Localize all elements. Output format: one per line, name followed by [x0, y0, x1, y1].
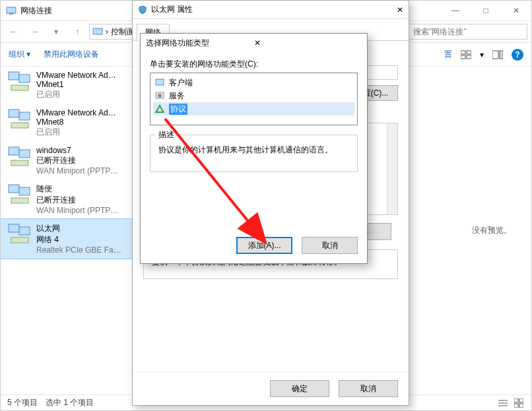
adapter-status: 已断开连接: [36, 155, 118, 166]
svg-rect-0: [7, 7, 16, 13]
preview-pane-icon[interactable]: [492, 49, 504, 61]
adapter-status: 已断开连接: [36, 195, 118, 206]
svg-point-33: [158, 94, 162, 98]
view-icon[interactable]: [460, 49, 472, 61]
svg-rect-27: [514, 398, 518, 402]
svg-rect-18: [9, 185, 19, 193]
up-button[interactable]: ↑: [68, 23, 86, 40]
adapter-item[interactable]: VMware Network Ad…VMnet8已启用: [1, 104, 133, 142]
feature-type-item[interactable]: 客户端: [153, 76, 354, 89]
svg-rect-29: [514, 404, 518, 408]
svg-rect-13: [19, 112, 30, 120]
add-button[interactable]: 添加(A)...: [236, 237, 292, 254]
network-icon: [92, 26, 103, 37]
svg-rect-1: [9, 13, 13, 15]
adapter-item[interactable]: 以太网网络 4Realtek PCIe GBE Fa…: [1, 219, 133, 259]
adapter-status: 网络 4: [36, 234, 121, 245]
adapter-sub: WAN Miniport (PPTP…: [36, 166, 118, 175]
status-selection: 选中 1 个项目: [46, 397, 94, 408]
adapter-icon: [7, 71, 31, 93]
dialog-title: 选择网络功能类型: [146, 38, 249, 49]
adapter-sub: Realtek PCIe GBE Fa…: [36, 245, 121, 255]
adapter-icon: [7, 146, 31, 168]
close-icon[interactable]: ✕: [391, 4, 409, 16]
svg-rect-9: [9, 72, 19, 80]
svg-rect-3: [461, 51, 465, 54]
svg-rect-20: [11, 198, 28, 203]
maximize-button[interactable]: □: [471, 1, 501, 20]
svg-rect-5: [461, 55, 465, 59]
svg-rect-16: [19, 150, 30, 158]
svg-rect-4: [467, 51, 471, 54]
instruction-label: 单击要安装的网络功能类型(C):: [150, 59, 358, 70]
shield-icon: [138, 5, 147, 15]
select-feature-type-dialog: 选择网络功能类型 ✕ 单击要安装的网络功能类型(C): 客户端服务协议 描述 协…: [140, 33, 368, 264]
adapter-sub: 已启用: [36, 89, 116, 100]
adapter-sub: 已启用: [36, 127, 116, 138]
adapter-name: VMware Network Ad…: [36, 71, 116, 80]
description-legend: 描述: [156, 129, 177, 141]
adapter-item[interactable]: VMware Network Ad…VMnet1已启用: [1, 67, 133, 104]
protocol-icon: [154, 104, 165, 114]
svg-rect-7: [492, 51, 498, 59]
adapter-icon: [7, 108, 31, 131]
network-icon: [6, 5, 17, 16]
svg-rect-10: [19, 75, 30, 82]
help-icon[interactable]: ?: [512, 49, 523, 61]
feature-type-label: 服务: [169, 90, 185, 102]
service-icon: [154, 90, 165, 101]
search-input[interactable]: 搜索"网络连接": [409, 24, 527, 40]
cancel-button[interactable]: 取消: [339, 380, 398, 397]
back-button[interactable]: ←: [5, 23, 23, 40]
scrollbar[interactable]: [387, 123, 397, 214]
organize-menu[interactable]: 组织 ▾: [9, 49, 30, 60]
adapter-item[interactable]: windows7已断开连接WAN Miniport (PPTP…: [1, 142, 133, 179]
svg-rect-31: [156, 79, 164, 85]
adapter-status: VMnet1: [36, 80, 116, 89]
adapter-name: 以太网: [36, 223, 121, 234]
disable-device-button[interactable]: 禁用此网络设备: [44, 49, 99, 60]
svg-rect-8: [500, 51, 503, 59]
dialog-title: 以太网 属性: [151, 4, 193, 15]
status-item-count: 5 个项目: [7, 397, 38, 408]
svg-rect-30: [519, 404, 523, 408]
svg-rect-6: [467, 55, 471, 59]
svg-rect-15: [9, 147, 19, 155]
feature-type-label: 客户端: [169, 77, 193, 88]
svg-rect-23: [11, 237, 28, 243]
svg-rect-14: [11, 123, 28, 128]
svg-rect-34: [155, 111, 164, 113]
adapter-status: VMnet8: [36, 117, 116, 127]
description-text: 协议是你的计算机用来与其他计算机通信的语言。: [158, 144, 349, 156]
close-icon[interactable]: ✕: [249, 37, 362, 49]
close-button[interactable]: ✕: [501, 1, 531, 20]
icons-view-icon[interactable]: [513, 397, 525, 409]
recent-button[interactable]: ▾: [47, 23, 65, 40]
adapter-list: VMware Network Ad…VMnet1已启用VMware Networ…: [1, 67, 133, 395]
cancel-button[interactable]: 取消: [302, 237, 358, 254]
svg-rect-12: [9, 110, 19, 117]
feature-type-label: 协议: [169, 104, 187, 115]
adapter-icon: [7, 223, 31, 245]
forward-button[interactable]: →: [26, 23, 44, 40]
ok-button[interactable]: 确定: [270, 380, 329, 397]
feature-type-item[interactable]: 服务: [153, 89, 354, 102]
no-preview-text: 没有预览。: [472, 225, 512, 236]
feature-type-item[interactable]: 协议: [153, 102, 354, 115]
svg-rect-11: [11, 85, 28, 90]
toolbar-extra[interactable]: 置: [444, 49, 452, 60]
svg-rect-2: [93, 28, 102, 34]
svg-rect-22: [19, 227, 30, 235]
minimize-button[interactable]: —: [440, 1, 471, 20]
adapter-name: 随便: [36, 183, 118, 195]
svg-rect-21: [9, 224, 19, 232]
svg-rect-19: [19, 187, 30, 195]
details-view-icon[interactable]: [497, 397, 509, 409]
svg-rect-17: [11, 160, 28, 166]
client-icon: [154, 77, 165, 88]
adapter-name: VMware Network Ad…: [36, 108, 116, 117]
adapter-icon: [7, 183, 31, 206]
feature-type-listbox[interactable]: 客户端服务协议: [150, 73, 358, 125]
svg-rect-28: [519, 398, 523, 402]
adapter-item[interactable]: 随便已断开连接WAN Miniport (PPTP…: [1, 179, 133, 219]
